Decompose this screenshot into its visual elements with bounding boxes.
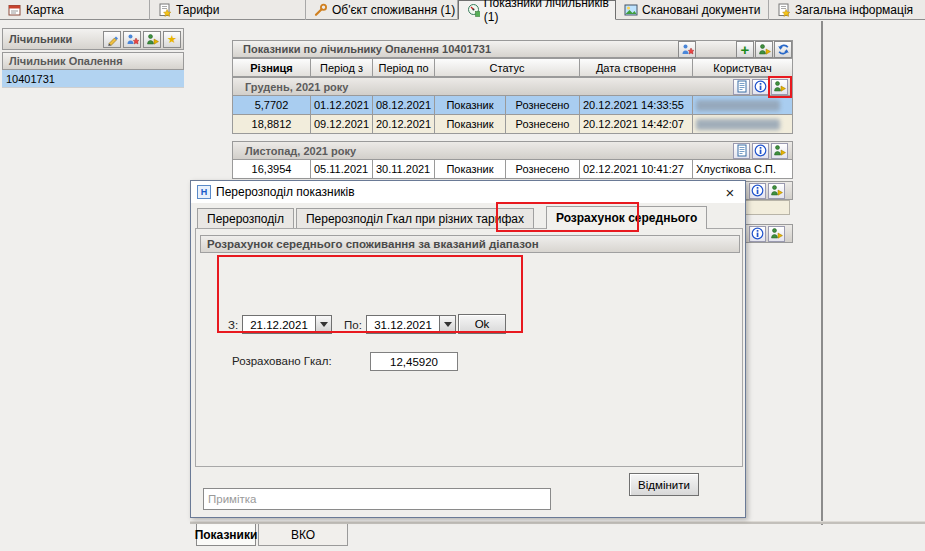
table-row[interactable]: 5,7702 01.12.2021 08.12.2021 Показник Ро… xyxy=(232,96,793,115)
column-header-korystuvach[interactable]: Користувач xyxy=(693,58,793,77)
chevron-down-icon[interactable] xyxy=(440,315,456,334)
cell-user xyxy=(693,96,793,115)
wrench-icon xyxy=(314,3,328,17)
column-header-riznytsya[interactable]: Різниця xyxy=(232,58,311,77)
group-info-button[interactable] xyxy=(749,183,766,199)
group-redistribute-button[interactable] xyxy=(768,226,785,242)
person-redistribute-icon xyxy=(770,184,783,197)
bottom-tab-vko[interactable]: ВКО xyxy=(258,524,348,546)
group-info-button[interactable] xyxy=(752,79,769,95)
tab-label: Скановані документи xyxy=(642,3,760,17)
tab-pokaznyky-lichylnykiv[interactable]: Показники лічильників (1) xyxy=(458,0,616,20)
card-icon xyxy=(8,3,22,17)
ok-button[interactable]: Ok xyxy=(458,314,506,334)
cell-status: Рознесено xyxy=(506,160,580,179)
groupbox-title: Розрахунок середнього споживання за вказ… xyxy=(207,238,539,250)
person-arrow-icon xyxy=(146,33,159,46)
cancel-button[interactable]: Відмінити xyxy=(629,473,699,496)
ok-button-label: Ok xyxy=(475,318,490,330)
refresh-button[interactable] xyxy=(774,41,792,58)
group-info-button[interactable] xyxy=(752,143,769,159)
groupbox-header: Розрахунок середнього споживання за вказ… xyxy=(200,235,740,253)
blurred-user-name xyxy=(696,119,780,130)
from-date-combobox[interactable]: 21.12.2021 xyxy=(242,315,332,334)
note-input[interactable] xyxy=(203,488,551,510)
dialog-tab-label: Перерозподіл Гкал при різних тарифах xyxy=(306,212,524,226)
group-redistribute-button[interactable] xyxy=(771,79,788,95)
close-icon[interactable]: × xyxy=(721,185,739,200)
group-document-button[interactable] xyxy=(733,143,750,159)
add-reading-button[interactable]: + xyxy=(736,41,754,58)
group-label: Грудень, 2021 року xyxy=(233,81,733,93)
cell-period-from: 05.11.2021 xyxy=(311,160,373,179)
from-label: З: xyxy=(228,319,238,331)
meter-list-header: Лічильник Опалення xyxy=(2,52,184,70)
column-header-data-stvorennya[interactable]: Дата створення xyxy=(580,58,693,77)
assign-reading-button[interactable] xyxy=(755,41,773,58)
group-info-button[interactable] xyxy=(749,226,766,242)
meter-gauge-icon xyxy=(467,3,480,17)
tab-label: Картка xyxy=(26,3,64,17)
group-header-fragment xyxy=(746,224,793,243)
person-star-icon xyxy=(681,43,694,56)
tab-label: Тарифи xyxy=(176,3,219,17)
tab-label: Об'єкт споживання (1) xyxy=(332,3,455,17)
from-date-value[interactable]: 21.12.2021 xyxy=(242,315,316,334)
calculated-gkal-value[interactable]: 12,45920 xyxy=(370,352,458,371)
group-header-fragment xyxy=(746,181,793,200)
meters-user-action-button[interactable] xyxy=(678,41,696,58)
counters-panel-header: Лічильники ★ xyxy=(2,28,184,50)
group-label: Листопад, 2021 року xyxy=(233,145,733,157)
tab-taryfy[interactable]: Тарифи xyxy=(150,0,306,20)
tab-skanovani-dokumenty[interactable]: Скановані документи xyxy=(616,0,769,20)
meter-star-action-button[interactable] xyxy=(123,31,141,48)
dialog-tab-label: Перерозподіл xyxy=(207,212,284,226)
info-icon xyxy=(751,227,764,240)
person-star-icon xyxy=(126,33,139,46)
cell-diff: 5,7702 xyxy=(232,96,311,115)
dialog-tab-pererozpodil[interactable]: Перерозподіл xyxy=(197,208,294,229)
dialog-icon: Н xyxy=(197,185,211,199)
meter-favorite-button[interactable]: ★ xyxy=(163,31,181,48)
dialog-title-bar[interactable]: Н Перерозподіл показників × xyxy=(191,181,745,203)
group-redistribute-button[interactable] xyxy=(771,143,788,159)
table-column-headers: Різниця Період з Період по Статус Дата с… xyxy=(232,58,793,77)
meter-transfer-button[interactable] xyxy=(143,31,161,48)
info-icon xyxy=(751,184,764,197)
column-header-status[interactable]: Статус xyxy=(435,58,580,77)
group-document-button[interactable] xyxy=(733,79,750,95)
dialog-tab-pererozpodil-gkal[interactable]: Перерозподіл Гкал при різних тарифах xyxy=(296,208,534,229)
edit-meter-button[interactable] xyxy=(103,31,121,48)
group-header-november[interactable]: Листопад, 2021 року xyxy=(232,141,793,160)
cell-period-to: 08.12.2021 xyxy=(373,96,435,115)
tab-kartka[interactable]: Картка xyxy=(0,0,150,20)
group-header-december[interactable]: Грудень, 2021 року xyxy=(232,77,793,96)
tab-label: Показники лічильників (1) xyxy=(484,0,615,24)
star-icon: ★ xyxy=(167,34,177,45)
tab-obyekt-spozhyvannya[interactable]: Об'єкт споживання (1) xyxy=(306,0,458,20)
bottom-tab-pokaznyky[interactable]: Показники xyxy=(196,524,256,546)
column-header-period-po[interactable]: Період по xyxy=(373,58,435,77)
meter-list-header-label: Лічильник Опалення xyxy=(9,55,123,67)
table-row[interactable]: 18,8812 09.12.2021 20.12.2021 Показник Р… xyxy=(232,115,793,134)
refresh-icon xyxy=(777,43,790,56)
bottom-tab-label: ВКО xyxy=(291,528,315,542)
counters-panel-title: Лічильники xyxy=(9,33,72,45)
to-date-value[interactable]: 31.12.2021 xyxy=(366,315,440,334)
chevron-down-icon[interactable] xyxy=(316,315,332,334)
meters-panel-header: Показники по лічильнику Опалення 1040173… xyxy=(232,40,793,58)
tab-zahalna-informatsiya[interactable]: Загальна інформація xyxy=(769,0,925,20)
cell-user: Хлустікова С.П. xyxy=(693,160,793,179)
person-redistribute-icon xyxy=(773,80,786,93)
to-date-combobox[interactable]: 31.12.2021 xyxy=(366,315,456,334)
cell-user xyxy=(693,115,793,134)
info-icon xyxy=(754,144,767,157)
group-redistribute-button[interactable] xyxy=(768,183,785,199)
bottom-tab-label: Показники xyxy=(195,528,258,542)
column-header-period-z[interactable]: Період з xyxy=(311,58,373,77)
panel-splitter[interactable] xyxy=(821,21,823,525)
meter-list-item-selected[interactable]: 10401731 xyxy=(2,70,184,88)
cell-diff: 18,8812 xyxy=(232,115,311,134)
dialog-tab-rozrakhunok-serednogo[interactable]: Розрахунок середнього xyxy=(546,206,707,229)
table-row[interactable]: 16,3954 05.11.2021 30.11.2021 Показник Р… xyxy=(232,160,793,179)
